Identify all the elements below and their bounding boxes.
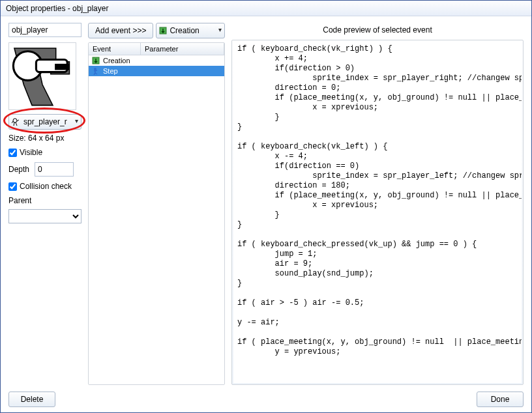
parent-label: Parent [8, 196, 81, 205]
svg-line-6 [16, 122, 17, 126]
step-event-icon [91, 66, 100, 76]
event-row-creation[interactable]: Creation [89, 55, 224, 66]
event-type-select[interactable]: Creation [156, 23, 225, 38]
object-properties-window: Object properties - obj_player [0, 0, 532, 413]
middle-panel: Add event >>> Creation Event [88, 23, 225, 385]
collision-checkbox-row[interactable]: Collision check [8, 182, 81, 191]
svg-point-4 [13, 119, 17, 122]
event-table-header: Event Parameter [89, 43, 224, 55]
event-type-label: Creation [170, 26, 199, 35]
window-content: spr_player_r Size: 64 x 64 px Visible De… [1, 16, 531, 412]
sprite-size-text: Size: 64 x 64 px [8, 134, 81, 143]
left-panel: spr_player_r Size: 64 x 64 px Visible De… [8, 23, 81, 385]
creation-icon [159, 27, 167, 35]
sprite-preview [8, 42, 76, 110]
code-scroll[interactable]: if ( keyboard_check(vk_right) ) { x += 4… [233, 42, 522, 383]
code-panel: if ( keyboard_check(vk_right) ) { x += 4… [231, 40, 524, 385]
depth-input[interactable] [35, 162, 74, 177]
parent-select[interactable] [8, 209, 81, 223]
object-name-input[interactable] [8, 23, 81, 37]
done-button[interactable]: Done [477, 392, 524, 407]
collision-label: Collision check [20, 182, 72, 191]
window-title: Object properties - obj_player [6, 4, 108, 13]
parameter-col-header[interactable]: Parameter [141, 43, 224, 55]
event-panel: Event Parameter Creation [88, 42, 225, 385]
sprite-select-label: spr_player_r [23, 117, 67, 126]
add-event-button[interactable]: Add event >>> [88, 23, 153, 38]
event-col-header[interactable]: Event [89, 43, 141, 55]
svg-line-5 [14, 122, 14, 126]
creation-event-icon [91, 56, 100, 65]
svg-point-11 [94, 68, 96, 70]
delete-button[interactable]: Delete [8, 392, 55, 407]
footer: Delete Done [8, 385, 524, 407]
code-panel-container: Code preview of selected event if ( keyb… [231, 23, 524, 385]
collision-checkbox[interactable] [8, 182, 17, 191]
event-list: Creation [89, 55, 224, 384]
visible-label: Visible [20, 148, 42, 157]
depth-label: Depth [8, 165, 29, 174]
visible-checkbox-row[interactable]: Visible [8, 148, 81, 157]
code-text[interactable]: if ( keyboard_check(vk_right) ) { x += 4… [233, 42, 522, 360]
visible-checkbox[interactable] [8, 149, 17, 157]
event-row-label: Step [103, 67, 118, 75]
code-preview-title: Code preview of selected event [231, 23, 524, 40]
svg-line-7 [12, 121, 13, 123]
sprite-icon [12, 117, 21, 126]
svg-rect-3 [55, 64, 69, 70]
event-row-label: Creation [103, 57, 130, 64]
svg-line-15 [94, 70, 97, 71]
sprite-select[interactable]: spr_player_r [8, 114, 81, 130]
event-row-step[interactable]: Step [89, 66, 224, 76]
svg-line-13 [94, 73, 95, 75]
window-titlebar: Object properties - obj_player [1, 1, 531, 16]
svg-line-14 [95, 73, 97, 74]
